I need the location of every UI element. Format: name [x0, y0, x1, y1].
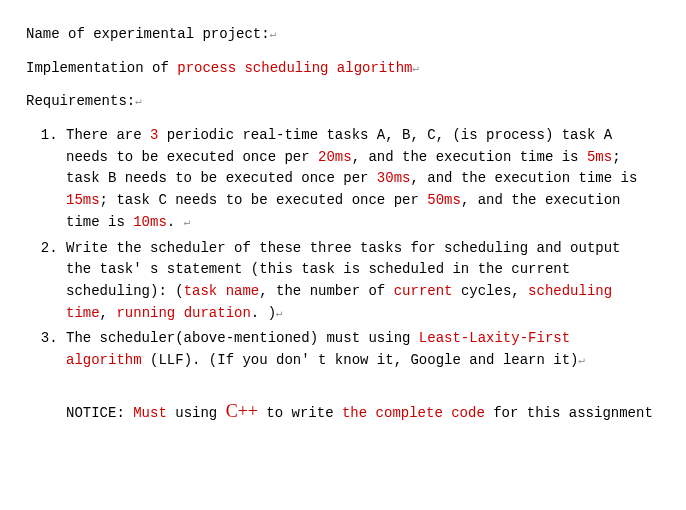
- project-name-label: Name of experimental project:↵: [26, 24, 660, 46]
- text-fragment: The scheduler(above-mentioned) must usin…: [66, 330, 419, 346]
- text-cursor-icon: [653, 406, 654, 421]
- text-fragment: 10ms: [133, 214, 167, 230]
- text-fragment: (LLF). (If you don' t know it, Google an…: [142, 352, 579, 368]
- requirements-text: Requirements:: [26, 93, 135, 109]
- text-fragment: .: [167, 214, 184, 230]
- text-fragment: 50ms: [427, 192, 461, 208]
- paragraph-mark-icon: ↵: [412, 61, 419, 73]
- requirements-list: There are 3 periodic real-time tasks A, …: [26, 125, 660, 372]
- text-fragment: task name: [184, 283, 260, 299]
- text-fragment: , and the execution time is: [410, 170, 637, 186]
- notice-label: NOTICE:: [66, 405, 133, 421]
- text-fragment: running duration: [116, 305, 250, 321]
- subtitle-prefix: Implementation of: [26, 60, 177, 76]
- project-subtitle: Implementation of process scheduling alg…: [26, 58, 660, 80]
- text-fragment: 20ms: [318, 149, 352, 165]
- text-fragment: the complete code: [342, 405, 485, 421]
- paragraph-mark-icon: ↵: [184, 216, 191, 228]
- list-item: Write the scheduler of these three tasks…: [66, 238, 660, 325]
- text-fragment: Must: [133, 405, 167, 421]
- notice-line: NOTICE: Must using C++ to write the comp…: [26, 398, 660, 426]
- text-fragment: , the number of: [259, 283, 393, 299]
- text-fragment: cycles,: [452, 283, 528, 299]
- text-fragment: for this assignment: [485, 405, 653, 421]
- requirements-label: Requirements:↵: [26, 91, 660, 113]
- text-fragment: to write: [258, 405, 342, 421]
- list-item: There are 3 periodic real-time tasks A, …: [66, 125, 660, 233]
- text-fragment: 30ms: [377, 170, 411, 186]
- cpp-text: C++: [226, 401, 258, 421]
- paragraph-mark-icon: ↵: [135, 95, 142, 107]
- title-text: Name of experimental project:: [26, 26, 270, 42]
- list-item: The scheduler(above-mentioned) must usin…: [66, 328, 660, 371]
- text-fragment: 15ms: [66, 192, 100, 208]
- paragraph-mark-icon: ↵: [579, 354, 586, 366]
- paragraph-mark-icon: ↵: [270, 28, 277, 40]
- text-fragment: ; task C needs to be executed once per: [100, 192, 428, 208]
- text-fragment: ,: [100, 305, 117, 321]
- text-fragment: current: [394, 283, 453, 299]
- text-fragment: . ): [251, 305, 276, 321]
- text-fragment: There are: [66, 127, 150, 143]
- subtitle-highlight: process scheduling algorithm: [177, 60, 412, 76]
- text-fragment: 5ms: [587, 149, 612, 165]
- text-fragment: using: [167, 405, 226, 421]
- paragraph-mark-icon: ↵: [276, 306, 283, 318]
- text-fragment: , and the execution time is: [352, 149, 587, 165]
